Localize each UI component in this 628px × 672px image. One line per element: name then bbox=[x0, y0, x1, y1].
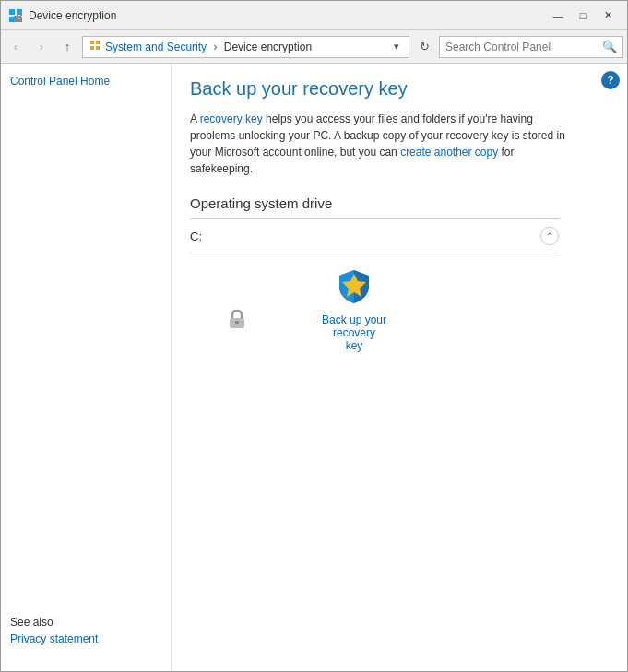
svg-rect-9 bbox=[96, 46, 100, 50]
backup-recovery-key-link[interactable]: Back up your recovery key bbox=[308, 313, 400, 352]
svg-rect-8 bbox=[90, 46, 94, 50]
sidebar-top: Control Panel Home bbox=[10, 75, 161, 93]
page-title: Back up your recovery key bbox=[190, 78, 609, 100]
sidebar-bottom: See also Privacy statement bbox=[10, 616, 161, 660]
encrypted-drive-icon bbox=[197, 283, 253, 338]
privacy-statement-link[interactable]: Privacy statement bbox=[10, 632, 161, 645]
refresh-button[interactable]: ↻ bbox=[413, 36, 435, 58]
control-panel-home-link[interactable]: Control Panel Home bbox=[10, 75, 161, 88]
collapse-button[interactable]: ⌃ bbox=[540, 227, 559, 245]
backup-link-text-line1: Back up your recovery bbox=[322, 313, 386, 339]
svg-rect-6 bbox=[90, 41, 94, 44]
breadcrumb-system-security[interactable]: System and Security bbox=[105, 41, 207, 53]
drive-section: C: ⌃ bbox=[190, 218, 559, 367]
minimize-button[interactable]: — bbox=[546, 6, 570, 25]
path-home-icon bbox=[89, 39, 101, 54]
address-bar: ‹ › ↑ System and Security › Device encry… bbox=[1, 30, 627, 64]
search-input[interactable] bbox=[445, 41, 602, 53]
breadcrumb-text: System and Security › Device encryption bbox=[105, 41, 394, 53]
see-also-label: See also bbox=[10, 616, 161, 629]
address-path[interactable]: System and Security › Device encryption … bbox=[82, 36, 409, 58]
breadcrumb-arrow: › bbox=[213, 41, 217, 53]
back-button[interactable]: ‹ bbox=[5, 36, 27, 58]
backup-link-text-line2: key bbox=[346, 339, 363, 352]
section-title: Operating system drive bbox=[190, 195, 609, 211]
description-text: A recovery key helps you access your fil… bbox=[190, 111, 577, 177]
title-bar: Device encryption — □ ✕ bbox=[1, 1, 627, 30]
search-box: 🔍 bbox=[439, 36, 623, 58]
app-icon bbox=[8, 8, 23, 23]
content-area: ? Back up your recovery key A recovery k… bbox=[172, 64, 627, 671]
create-copy-link[interactable]: create another copy bbox=[400, 146, 498, 159]
forward-button[interactable]: › bbox=[30, 36, 53, 58]
lock-overlay bbox=[225, 307, 249, 334]
svg-rect-5 bbox=[18, 18, 20, 19]
recovery-key-link[interactable]: recovery key bbox=[200, 112, 263, 125]
close-button[interactable]: ✕ bbox=[596, 6, 620, 25]
drive-header: C: ⌃ bbox=[190, 219, 559, 253]
help-button[interactable]: ? bbox=[601, 71, 620, 89]
svg-rect-11 bbox=[235, 321, 239, 324]
window-controls: — □ ✕ bbox=[546, 6, 620, 25]
search-icon: 🔍 bbox=[602, 40, 617, 53]
window-title: Device encryption bbox=[29, 9, 546, 22]
restore-button[interactable]: □ bbox=[571, 6, 595, 25]
up-button[interactable]: ↑ bbox=[56, 36, 78, 58]
shield-backup-icon bbox=[338, 268, 371, 308]
breadcrumb-current: Device encryption bbox=[224, 41, 312, 53]
main-layout: Control Panel Home See also Privacy stat… bbox=[1, 64, 627, 671]
svg-rect-7 bbox=[96, 41, 100, 44]
svg-rect-0 bbox=[9, 9, 15, 15]
description-part1: A bbox=[190, 112, 200, 125]
sidebar: Control Panel Home See also Privacy stat… bbox=[1, 64, 172, 671]
drive-content: Back up your recovery key bbox=[190, 253, 559, 367]
path-dropdown-icon[interactable]: ▾ bbox=[394, 41, 399, 53]
backup-recovery-key-item[interactable]: Back up your recovery key bbox=[308, 268, 400, 352]
drive-label: C: bbox=[190, 230, 202, 243]
